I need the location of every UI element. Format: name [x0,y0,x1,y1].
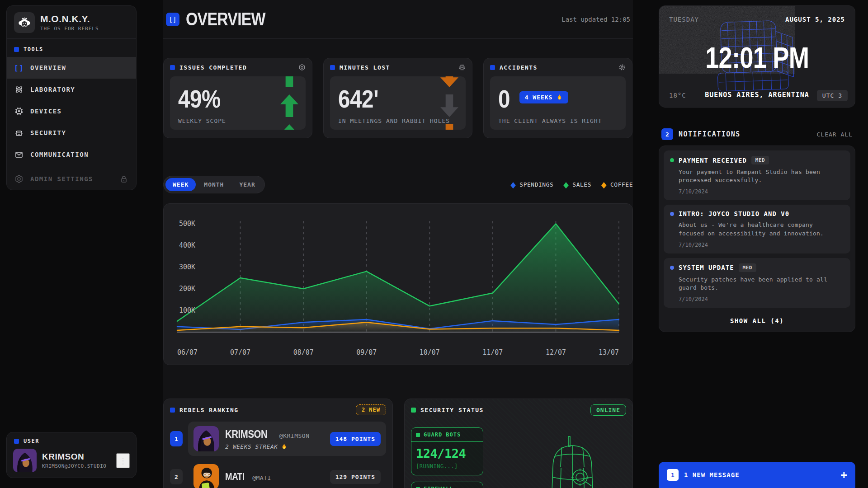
svg-text:400K: 400K [179,241,195,249]
sidebar-item-label: SECURITY [30,129,66,136]
stat-caption: THE CLIENT ALWAYS IS RIGHT [498,117,602,124]
stat-card-accidents: ACCIDENTS 0 4 WEEKS THE CLIENT ALWAYS IS… [483,58,632,138]
stat-card-issues-completed: ISSUES COMPLETED 49% WEEKLY SCOPE [163,58,312,138]
svg-text:12/07: 12/07 [546,348,566,357]
notification-item[interactable]: PAYMENT RECEIVED MED Your payment to Ram… [664,150,850,200]
brackets-icon: [] [14,64,24,72]
show-all-button[interactable]: SHOW ALL (4) [664,312,850,327]
guard-bots-count: 124/124 [416,446,478,460]
plus-icon[interactable]: + [841,469,847,481]
notification-item[interactable]: INTRO: JOYCO STUDIO AND V0 About us - We… [664,205,850,253]
avatar [193,426,219,451]
svg-text:11/07: 11/07 [482,348,503,357]
firewall-panel: FIREWALL [411,482,483,488]
sidebar-item-label: COMMUNICATION [30,151,89,158]
rank-number: 2 [170,469,183,484]
main-content: [] OVERVIEW Last updated 12:05 ISSUES CO… [163,0,633,488]
sidebar-item-label: DEVICES [30,108,62,115]
lock-icon [119,174,129,183]
chip-icon [14,107,24,116]
svg-text:10/07: 10/07 [420,348,440,357]
chart-canvas: 100K200K300K400K500K06/0707/0708/0709/07… [175,211,622,361]
stat-body: 642' IN MEETINGS AND RABBIT HOLES [330,76,466,130]
stat-card-minutes-lost: MINUTES LOST 642' IN MEETINGS AND RABBIT… [323,58,472,138]
chip-gear-icon[interactable] [458,64,466,71]
diamond-icon: ◆ [563,179,569,190]
app-logo[interactable]: M.O.N.K.Y. THE OS FOR REBELS [7,11,136,38]
notification-body: Security patches have been applied to al… [679,276,841,292]
section-marker-icon [14,439,19,444]
user-email: KRIMSON@JOYCO.STUDIO [42,463,106,469]
notification-body: About us - We're a healthcare company fo… [679,221,841,237]
date-label: AUGUST 5, 2025 [785,16,845,23]
ranking-row-2[interactable]: 2 MATI @MATI 129 POINTS [170,462,386,488]
stat-value: 0 [498,86,512,112]
stat-value: 49% [178,86,297,112]
nut-icon[interactable] [298,64,306,71]
bottom-row: REBELS RANKING 2 NEW 1 KRIMSON @KRIMSON [163,399,633,488]
sidebar-item-devices[interactable]: DEVICES [7,100,136,122]
sidebar-item-label: ADMIN SETTINGS [30,175,93,183]
kebab-menu-icon[interactable]: ⋮ [116,453,130,468]
legend-sales: ◆ SALES [563,181,591,189]
nut-icon [14,174,24,183]
sidebar: M.O.N.K.Y. THE OS FOR REBELS TOOLS [] OV… [6,5,137,190]
gear-icon[interactable] [618,64,626,71]
notification-title: PAYMENT RECEIVED [679,157,747,164]
avatar[interactable] [13,449,37,472]
sidebar-item-admin-settings: ADMIN SETTINGS [7,168,136,190]
points-badge: 148 POINTS [330,432,381,446]
svg-text:13/07: 13/07 [599,348,619,357]
tab-month[interactable]: MONTH [197,178,231,191]
sidebar-item-laboratory[interactable]: LABORATORY [7,79,136,100]
chart-range-tabs: WEEK MONTH YEAR [163,176,265,193]
notifications-title: NOTIFICATIONS [679,130,741,138]
svg-text:07/07: 07/07 [230,348,250,357]
stats-row: ISSUES COMPLETED 49% WEEKLY SCOPE MI [163,58,633,138]
sidebar-item-communication[interactable]: COMMUNICATION [7,144,136,165]
diamond-icon: ◆ [510,179,516,190]
svg-text:100K: 100K [179,306,195,314]
panel-label: GUARD BOTS [424,432,461,438]
card-marker-icon [411,408,416,413]
stat-title: ACCIDENTS [500,64,538,71]
stat-title: ISSUES COMPLETED [179,64,247,71]
svg-text:06/07: 06/07 [177,348,198,357]
sidebar-item-label: LABORATORY [30,86,75,93]
notification-date: 7/10/2024 [679,188,844,195]
online-status-badge: ONLINE [590,404,626,416]
ranking-row-1[interactable]: 1 KRIMSON @KRIMSON 2 WEEKS STREAK [170,422,386,456]
tab-week[interactable]: WEEK [165,178,196,191]
status-dot-icon [670,212,674,216]
card-marker-icon [170,65,175,70]
card-marker-icon [490,65,495,70]
severity-badge: MED [739,263,756,272]
new-message-bar[interactable]: 1 1 NEW MESSAGE + [659,462,855,488]
stat-caption: WEEKLY SCOPE [178,117,226,124]
panel-marker-icon [416,433,420,437]
rebel-handle: @KRIMSON [279,432,310,439]
trend-down-arrows-icon [440,76,458,130]
monkey-logo-icon [14,12,35,33]
rebel-name: MATI [225,471,248,483]
notifications-panel: PAYMENT RECEIVED MED Your payment to Ram… [659,145,855,332]
message-count-badge: 1 [667,469,679,481]
card-title: REBELS RANKING [179,407,239,413]
atom-icon [14,85,24,94]
sidebar-item-security[interactable]: SECURITY [7,122,136,144]
clear-all-button[interactable]: CLEAR ALL [817,131,853,138]
fire-icon [556,94,563,101]
sidebar-item-label: OVERVIEW [30,64,66,71]
tab-year[interactable]: YEAR [232,178,262,191]
rank-number: 1 [170,431,183,446]
card-marker-icon [170,408,175,413]
streak-label: 2 WEEKS STREAK [225,443,309,450]
fire-icon [281,443,288,450]
sidebar-item-overview[interactable]: [] OVERVIEW [7,57,136,79]
points-badge: 129 POINTS [330,470,381,484]
severity-badge: MED [751,156,769,164]
right-panel: TUESDAY AUGUST 5, 2025 12:01 PM 18°C BUE… [659,0,855,488]
notification-item[interactable]: SYSTEM UPDATE MED Security patches have … [664,258,850,308]
utc-offset-badge: UTC-3 [817,90,848,101]
notification-title: INTRO: JOYCO STUDIO AND V0 [679,210,789,217]
